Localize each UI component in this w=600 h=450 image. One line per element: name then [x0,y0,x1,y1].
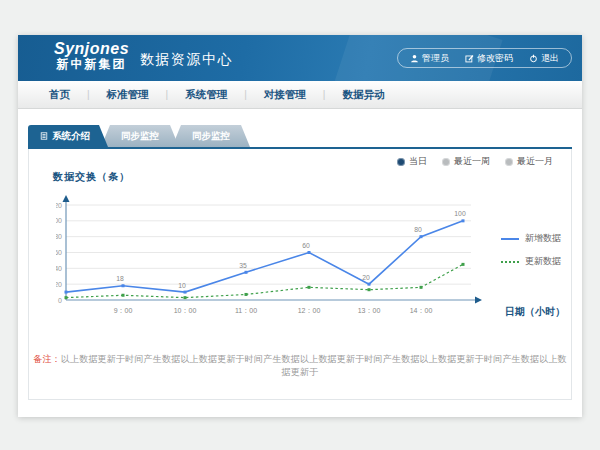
filter-label: 当日 [409,155,427,168]
legend-item-1[interactable]: 更新数据 [501,255,561,268]
nav-item-3[interactable]: 对接管理 [247,88,323,102]
radio-icon [397,158,405,166]
radio-icon [442,158,450,166]
legend-item-0[interactable]: 新增数据 [501,232,561,245]
data-point [245,293,248,296]
point-label: 18 [116,275,124,282]
x-tick-label: 14：00 [410,307,433,314]
y-tick-label: 100 [56,217,62,224]
x-tick-label: 9：00 [114,307,133,314]
y-tick-label: 80 [56,233,62,240]
y-tick-label: 40 [56,265,62,272]
footnote: 备注：以上数据更新于时间产生数据以上数据更新于时间产生数据以上数据更新于时间产生… [29,353,571,379]
data-point [184,296,187,299]
brand-logo-subtext: 新中新集团 [54,58,129,72]
data-point [420,286,423,289]
edit-icon [465,54,474,63]
time-filter-2[interactable]: 最近一月 [505,155,553,168]
data-point [65,291,68,294]
point-label: 60 [302,242,310,249]
point-label: 80 [414,226,422,233]
tab-0[interactable]: 系统介绍 [28,125,108,147]
filter-label: 最近一周 [454,155,490,168]
tab-label: 同步监控 [121,130,159,143]
tab-2[interactable]: 同步监控 [172,125,250,147]
chart-panel: 当日最近一周最近一月 数据交换（条） 0204060801001209：0010… [28,149,572,400]
line-chart: 0204060801001209：0010：0011：0012：0013：001… [56,192,486,322]
x-tick-label: 11：00 [235,307,257,314]
main-nav: 首页|标准管理|系统管理|对接管理|数据异动 [18,81,582,109]
y-tick-label: 120 [56,202,62,209]
point-label: 20 [362,274,370,281]
y-tick-label: 60 [56,249,62,256]
user-menu-label: 退出 [541,52,559,65]
footnote-text: 以上数据更新于时间产生数据以上数据更新于时间产生数据以上数据更新于时间产生数据以… [61,354,567,377]
brand-logo-text: Synjones [54,40,129,58]
chart-canvas: 0204060801001209：0010：0011：0012：0013：001… [56,192,486,318]
data-point [122,284,125,287]
point-label: 35 [239,262,247,269]
app-window: Synjones 新中新集团 数据资源中心 管理员修改密码退出 首页|标准管理|… [18,35,582,417]
tab-1[interactable]: 同步监控 [101,125,179,147]
data-point [368,283,371,286]
legend-line-sample [501,261,519,263]
user-menu-item-1[interactable]: 修改密码 [465,52,513,65]
data-point [420,235,423,238]
data-point [184,291,187,294]
nav-item-4[interactable]: 数据异动 [325,88,401,102]
time-filter-group: 当日最近一周最近一月 [397,155,553,168]
legend-label: 更新数据 [525,255,561,268]
user-menu-item-0[interactable]: 管理员 [410,52,449,65]
data-point [308,286,311,289]
time-filter-1[interactable]: 最近一周 [442,155,490,168]
tab-bar: 系统介绍同步监控同步监控 [28,125,250,147]
y-tick-label: 0 [58,297,62,304]
chart-legend: 新增数据更新数据 [501,232,561,268]
data-point [462,263,465,266]
series-line-0 [66,221,463,292]
tab-label: 同步监控 [192,130,230,143]
data-point [462,219,465,222]
footnote-prefix: 备注： [33,354,61,364]
x-axis-label: 日期（小时） [505,305,565,319]
data-point [65,296,68,299]
filter-label: 最近一月 [517,155,553,168]
document-icon [40,132,48,140]
data-point [308,251,311,254]
time-filter-0[interactable]: 当日 [397,155,427,168]
tab-label: 系统介绍 [52,130,90,143]
user-icon [410,54,419,63]
x-tick-label: 10：00 [174,307,197,314]
x-axis-arrow-icon [475,297,482,304]
data-point [245,271,248,274]
x-tick-label: 13：00 [358,307,381,314]
series-line-1 [66,264,463,297]
user-menu-label: 管理员 [422,52,449,65]
x-tick-label: 12：00 [298,307,321,314]
y-axis-arrow-icon [63,195,70,202]
radio-icon [505,158,513,166]
page-title: 数据资源中心 [140,51,233,69]
user-menu-label: 修改密码 [477,52,513,65]
y-tick-label: 20 [56,281,62,288]
legend-line-sample [501,238,519,240]
data-point [368,288,371,291]
y-axis-label: 数据交换（条） [53,170,130,184]
legend-label: 新增数据 [525,232,561,245]
point-label: 100 [454,210,466,217]
user-menu-item-2[interactable]: 退出 [529,52,559,65]
power-icon [529,54,538,63]
user-menu: 管理员修改密码退出 [397,48,572,68]
data-point [122,294,125,297]
point-label: 10 [178,282,186,289]
nav-item-1[interactable]: 标准管理 [90,88,166,102]
nav-item-2[interactable]: 系统管理 [168,88,244,102]
app-header: Synjones 新中新集团 数据资源中心 管理员修改密码退出 [18,35,582,81]
brand-logo: Synjones 新中新集团 [54,40,129,72]
nav-item-0[interactable]: 首页 [32,88,87,102]
